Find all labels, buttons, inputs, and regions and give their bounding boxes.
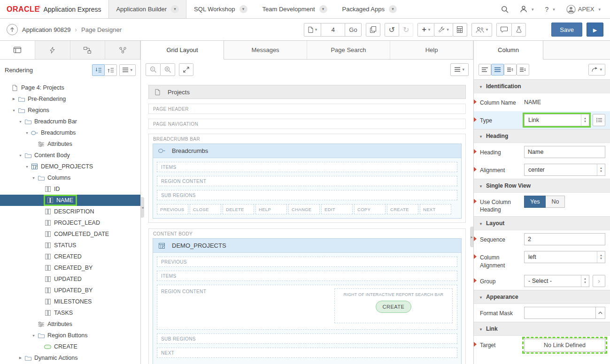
select-stepper-icon[interactable]: [597, 251, 605, 263]
expand-layout-button[interactable]: [179, 63, 193, 76]
page-selector-button[interactable]: [304, 23, 322, 37]
layout-slot-sub-regions[interactable]: SUB REGIONS: [157, 334, 457, 344]
tree-item-demo-projects[interactable]: DEMO_PROJECTS: [0, 161, 140, 172]
page-number-input[interactable]: [321, 23, 345, 37]
expand-all-button[interactable]: [517, 64, 529, 76]
center-tab-help[interactable]: Help: [390, 41, 473, 59]
center-tab-page-search[interactable]: Page Search: [307, 41, 390, 59]
layout-menu-button[interactable]: [450, 63, 469, 76]
column-alignment-select[interactable]: left: [524, 251, 605, 263]
section-header-appearance[interactable]: Appearance: [474, 290, 610, 304]
heading-input[interactable]: [524, 146, 605, 158]
toggle-option-yes[interactable]: Yes: [524, 196, 546, 208]
redo-button[interactable]: [399, 23, 413, 37]
target-button[interactable]: No Link Defined: [524, 339, 605, 352]
zoom-in-button[interactable]: [160, 63, 175, 76]
tree-item-pre-rendering[interactable]: Pre-Rendering: [0, 93, 140, 105]
button-slot-copy[interactable]: COPY: [354, 204, 386, 214]
sequence-input[interactable]: [524, 233, 605, 245]
tree-item-dynamic-actions[interactable]: Dynamic Actions: [0, 352, 140, 364]
tree-toggle-icon[interactable]: [17, 120, 24, 123]
layout-slot-items[interactable]: ITEMS: [157, 271, 457, 281]
tree-item-regions[interactable]: Regions: [0, 105, 140, 116]
section-header-layout[interactable]: Layout: [474, 216, 610, 230]
tree-item-status[interactable]: STATUS: [0, 240, 140, 251]
main-tab-application-builder[interactable]: Application Builder: [108, 0, 186, 18]
tree-toggle-icon[interactable]: [10, 109, 17, 112]
layout-slot-next[interactable]: NEXT: [157, 348, 457, 358]
layout-slot-page-navigation[interactable]: PAGE NAVIGATION: [148, 119, 466, 129]
team-menu-button[interactable]: [471, 23, 493, 37]
format-mask-input[interactable]: [524, 307, 595, 319]
calculator-button[interactable]: [453, 23, 467, 37]
tree-item-breadcrumbs[interactable]: Breadcrumbs: [0, 127, 140, 138]
user-menu-button[interactable]: APEX: [561, 0, 606, 19]
layout-slot-previous[interactable]: PREVIOUS: [157, 257, 457, 267]
section-header-single-row-view[interactable]: Single Row View: [474, 179, 610, 193]
application-up-icon[interactable]: [7, 24, 18, 35]
sort-by-order-button[interactable]: [92, 64, 105, 76]
tree-toggle-icon[interactable]: [23, 165, 31, 168]
create-menu-button[interactable]: [417, 23, 434, 37]
tree-toggle-icon[interactable]: [30, 176, 37, 180]
section-header-link[interactable]: Link: [474, 322, 610, 336]
tab-dynamic-actions[interactable]: [35, 41, 70, 59]
tree-item-project-lead[interactable]: PROJECT_LEAD: [0, 217, 140, 228]
tree-item-created-by[interactable]: CREATED_BY: [0, 262, 140, 273]
go-button[interactable]: Go: [345, 23, 361, 37]
main-tab-packaged-apps[interactable]: Packaged Apps: [335, 0, 404, 18]
region-header[interactable]: DEMO_PROJECTS: [153, 239, 461, 253]
search-bar-slot[interactable]: RIGHT OF INTERACTIVE REPORT SEARCH BAR C…: [334, 288, 453, 323]
comments-button[interactable]: [496, 23, 512, 37]
page-title-bar[interactable]: Projects: [148, 85, 466, 99]
tree-toggle-icon[interactable]: [17, 154, 24, 157]
tree-item-description[interactable]: DESCRIPTION: [0, 206, 140, 217]
layout-slot-page-header[interactable]: PAGE HEADER: [148, 104, 466, 114]
left-splitter-handle[interactable]: [141, 197, 144, 218]
layout-slot-sub-regions[interactable]: SUB REGIONS: [157, 190, 457, 200]
center-tab-messages[interactable]: Messages: [224, 41, 307, 59]
chevron-down-icon[interactable]: [389, 5, 397, 13]
admin-menu-button[interactable]: [514, 0, 540, 19]
tree-item-content-body[interactable]: Content Body: [0, 150, 140, 161]
button-slot-previous[interactable]: PREVIOUS: [157, 204, 188, 214]
button-slot-delete[interactable]: DELETE: [223, 204, 254, 214]
tree-item-breadcrumb-bar[interactable]: Breadcrumb Bar: [0, 116, 140, 127]
button-slot-change[interactable]: CHANGE: [288, 204, 320, 214]
collapse-all-button[interactable]: [504, 64, 517, 76]
tab-processing[interactable]: [70, 41, 106, 59]
button-slot-create[interactable]: CREATE: [387, 204, 418, 214]
run-button[interactable]: [587, 23, 603, 37]
tree-item-attributes[interactable]: Attributes: [0, 318, 140, 330]
select-stepper-icon[interactable]: [597, 164, 605, 175]
page-lock-button[interactable]: [366, 23, 380, 37]
tree-item-tasks[interactable]: TASKS: [0, 307, 140, 318]
layout-slot-items[interactable]: ITEMS: [157, 162, 457, 172]
select-stepper-icon[interactable]: [581, 114, 589, 126]
show-common-button[interactable]: [479, 64, 491, 76]
go-to-group-button[interactable]: [593, 275, 605, 287]
create-button[interactable]: CREATE: [376, 301, 412, 313]
popup-lov-icon[interactable]: [595, 307, 605, 319]
main-tab-sql-workshop[interactable]: SQL Workshop: [186, 0, 255, 18]
section-header-heading[interactable]: Heading: [474, 129, 610, 143]
tree-menu-button[interactable]: [119, 64, 136, 76]
breadcrumb-application-link[interactable]: Application 90829: [22, 26, 70, 33]
group-select[interactable]: - Select -: [524, 275, 589, 287]
tree-item-name[interactable]: NAME: [0, 195, 140, 206]
sort-alphabetical-button[interactable]: [104, 64, 117, 76]
tree-toggle-icon[interactable]: [23, 131, 31, 135]
toggle-option-no[interactable]: No: [546, 196, 565, 208]
alignment-select[interactable]: center: [524, 164, 605, 176]
property-menu-button[interactable]: [588, 64, 605, 76]
chevron-down-icon[interactable]: [171, 5, 179, 13]
tab-shared-components[interactable]: [105, 41, 140, 59]
search-button[interactable]: [495, 0, 514, 19]
right-splitter-handle[interactable]: [470, 227, 473, 247]
tree-toggle-icon[interactable]: [17, 356, 24, 360]
main-tab-team-development[interactable]: Team Development: [255, 0, 335, 18]
tree-item-milestones[interactable]: MILESTONES: [0, 296, 140, 307]
button-slot-edit[interactable]: EDIT: [321, 204, 353, 214]
save-button[interactable]: Save: [551, 23, 582, 37]
tree-item-updated-by[interactable]: UPDATED_BY: [0, 285, 140, 296]
